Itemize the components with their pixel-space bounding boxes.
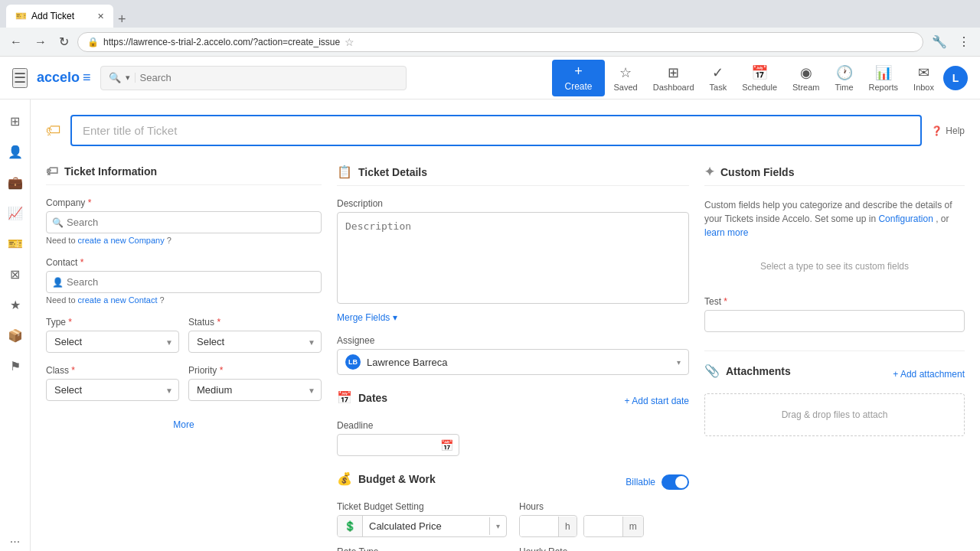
inbox-icon: ✉ <box>918 64 929 81</box>
contact-search-icon: 👤 <box>52 277 64 288</box>
hours-m-input[interactable] <box>584 516 622 536</box>
more-button[interactable]: ⋮ <box>954 33 974 51</box>
inbox-button[interactable]: ✉ Inbox <box>907 61 940 95</box>
assignee-dropdown-arrow: ▾ <box>677 358 681 367</box>
contact-search-input[interactable] <box>46 271 322 293</box>
hours-m-wrap: m <box>583 515 644 537</box>
back-button[interactable]: ← <box>6 34 26 51</box>
address-bar[interactable]: 🔒 https://lawrence-s-trial-2.accelo.com/… <box>77 32 923 52</box>
hours-inputs: h m <box>519 515 689 537</box>
custom-fields-description: Custom fields help you categorize and de… <box>704 198 965 240</box>
time-button[interactable]: 🕐 Time <box>829 61 860 95</box>
sidebar-grid-icon[interactable]: ⊠ <box>3 262 28 286</box>
class-select-field: Select ▼ <box>46 379 179 401</box>
help-link[interactable]: ❓ Help <box>931 126 965 136</box>
task-button[interactable]: ✓ Task <box>704 61 733 95</box>
type-select[interactable]: Select <box>46 331 179 353</box>
sidebar-ticket-icon[interactable]: 🎫 <box>3 231 28 256</box>
sidebar-chart-icon[interactable]: 📈 <box>3 201 28 225</box>
create-button[interactable]: + Create <box>552 60 604 96</box>
url-text: https://lawrence-s-trial-2.accelo.com/?a… <box>103 37 340 47</box>
attachments-title: Attachments <box>726 365 791 377</box>
sidebar-star-icon[interactable]: ★ <box>3 292 28 317</box>
merge-fields-button[interactable]: Merge Fields ▾ <box>337 312 689 323</box>
assignee-field[interactable]: LB Lawrence Barreca ▾ <box>337 349 689 375</box>
drop-zone-text: Drag & drop files to attach <box>782 409 888 420</box>
type-group: Type * Select ▼ <box>46 317 179 353</box>
type-label: Type * <box>46 317 179 328</box>
deadline-input-wrapper: 📅 <box>337 434 459 456</box>
reports-button[interactable]: 📊 Reports <box>863 61 905 95</box>
reload-button[interactable]: ↻ <box>55 33 73 51</box>
create-new-contact-link[interactable]: create a new Contact <box>78 295 158 305</box>
plus-icon: + <box>574 64 583 80</box>
dates-title: Dates <box>358 392 387 404</box>
assignee-label: Assignee <box>337 335 689 346</box>
time-icon: 🕐 <box>836 64 853 81</box>
company-search-input[interactable] <box>46 211 322 233</box>
type-status-row: Type * Select ▼ Status * <box>46 317 322 365</box>
ticket-title-input[interactable] <box>70 115 922 146</box>
sidebar-people-icon[interactable]: 👤 <box>3 139 28 164</box>
contact-group: Contact * 👤 Need to create a new Contact… <box>46 257 322 305</box>
assignee-name: Lawrence Barreca <box>367 357 671 368</box>
dates-section: 📅 Dates + Add start date Deadline 📅 <box>337 390 689 456</box>
sidebar-dots-icon[interactable]: ··· <box>3 530 28 551</box>
search-filter[interactable]: ▾ <box>126 73 136 83</box>
extensions-button[interactable]: 🔧 <box>928 33 951 51</box>
class-group: Class * Select ▼ <box>46 365 179 401</box>
calc-dropdown-arrow[interactable]: ▾ <box>489 517 506 535</box>
test-field-group: Test * <box>704 296 965 332</box>
ticket-information-title: Ticket Information <box>64 165 157 178</box>
user-avatar[interactable]: L <box>943 66 968 90</box>
saved-button[interactable]: ☆ Saved <box>608 61 644 95</box>
dashboard-button[interactable]: ⊞ Dashboard <box>647 61 701 95</box>
bookmark-icon[interactable]: ☆ <box>345 36 354 48</box>
schedule-button[interactable]: 📅 Schedule <box>736 61 783 95</box>
priority-select[interactable]: Medium <box>188 379 322 401</box>
search-input[interactable] <box>140 72 398 83</box>
merge-fields-arrow: ▾ <box>393 312 397 323</box>
ticket-information-column: 🏷 Ticket Information Company * 🔍 Need to <box>46 165 322 551</box>
search-icon: 🔍 <box>109 72 121 83</box>
status-required: * <box>217 317 220 328</box>
configuration-link[interactable]: Configuration <box>878 214 933 224</box>
tab-icon: 🎫 <box>15 11 27 21</box>
calculated-price-field: 💲 Calculated Price ▾ <box>337 515 507 537</box>
learn-more-link[interactable]: learn more <box>704 227 748 238</box>
class-select[interactable]: Select <box>46 379 179 401</box>
status-label: Status * <box>188 317 322 328</box>
stream-button[interactable]: ◉ Stream <box>786 61 825 95</box>
description-textarea[interactable] <box>337 212 689 304</box>
contact-required: * <box>80 257 84 268</box>
forward-button[interactable]: → <box>31 34 51 51</box>
drop-zone[interactable]: Drag & drop files to attach <box>704 393 965 436</box>
test-field-input[interactable] <box>704 310 965 332</box>
add-attachment-button[interactable]: + Add attachment <box>893 369 965 380</box>
sidebar-flag-icon[interactable]: ⚑ <box>3 354 28 378</box>
tab-close-btn[interactable]: ✕ <box>97 11 104 21</box>
hamburger-menu[interactable]: ☰ <box>12 68 28 88</box>
billable-switch[interactable] <box>662 474 689 490</box>
status-select[interactable]: Select <box>188 331 322 353</box>
sidebar-home-icon[interactable]: ⊞ <box>3 109 28 133</box>
create-new-company-link[interactable]: create a new Company <box>78 236 165 245</box>
hours-h-input[interactable] <box>520 516 558 536</box>
hours-label: Hours <box>519 501 689 512</box>
deadline-group: Deadline 📅 <box>337 420 689 456</box>
dates-header: 📅 Dates + Add start date <box>337 390 689 411</box>
sidebar-box-icon[interactable]: 📦 <box>3 323 28 347</box>
add-start-date-button[interactable]: + Add start date <box>625 396 689 406</box>
company-required: * <box>88 197 92 208</box>
more-link[interactable]: More <box>46 413 322 436</box>
ticket-information-header: 🏷 Ticket Information <box>46 165 322 185</box>
custom-fields-column: ✦ Custom Fields Custom fields help you c… <box>704 165 965 551</box>
browser-tab[interactable]: 🎫 Add Ticket ✕ <box>6 5 113 28</box>
add-start-date-label: + Add start date <box>625 396 689 406</box>
new-tab-button[interactable]: + <box>113 11 131 28</box>
calendar-icon[interactable]: 📅 <box>440 439 453 452</box>
global-search-bar[interactable]: 🔍 ▾ <box>100 66 407 90</box>
sidebar-briefcase-icon[interactable]: 💼 <box>3 170 28 194</box>
contact-create-link-area: Need to create a new Contact ? <box>46 295 322 305</box>
company-search-icon: 🔍 <box>52 217 64 228</box>
